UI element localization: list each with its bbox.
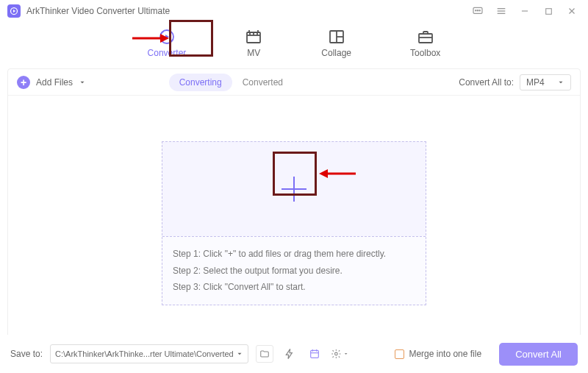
app-title: ArkThinker Video Converter Ultimate — [26, 6, 170, 16]
plus-icon: + — [17, 76, 30, 89]
converter-icon — [158, 28, 176, 46]
drop-zone[interactable]: Step 1: Click "+" to add files or drag t… — [162, 141, 426, 305]
merge-label: Merge into one file — [409, 349, 481, 359]
tab-label: Toolbox — [410, 48, 440, 58]
svg-rect-23 — [419, 34, 432, 43]
svg-point-3 — [477, 10, 478, 11]
add-files-button[interactable]: + Add Files — [17, 76, 86, 89]
save-to-label: Save to: — [10, 349, 43, 359]
toolbox-icon — [417, 28, 434, 46]
output-format-select[interactable]: MP4 — [520, 74, 571, 90]
collage-icon — [328, 28, 345, 46]
instructions: Step 1: Click "+" to add files or drag t… — [162, 236, 426, 305]
tab-mv[interactable]: MV — [237, 25, 270, 61]
tab-label: Collage — [321, 48, 351, 58]
add-files-label: Add Files — [36, 77, 73, 88]
footer: Save to: C:\ArkThinker\ArkThinke...rter … — [0, 335, 588, 373]
main-tabs: Converter MV Collage Toolbox — [0, 22, 588, 68]
step-3: Step 3: Click "Convert All" to start. — [173, 279, 415, 296]
chevron-down-icon — [79, 79, 86, 86]
settings-button[interactable] — [331, 345, 348, 363]
merge-option[interactable]: Merge into one file — [395, 349, 481, 359]
gpu-toggle-button[interactable] — [281, 345, 298, 363]
convert-all-button[interactable]: Convert All — [499, 343, 578, 366]
close-button[interactable] — [563, 2, 581, 20]
tab-label: Converter — [148, 48, 187, 58]
chevron-down-icon — [236, 350, 243, 358]
tab-label: MV — [247, 48, 260, 58]
step-1: Step 1: Click "+" to add files or drag t… — [173, 246, 415, 263]
tab-collage[interactable]: Collage — [314, 25, 359, 61]
open-folder-button[interactable] — [256, 345, 273, 363]
svg-rect-9 — [545, 8, 551, 14]
title-bar: ArkThinker Video Converter Ultimate — [0, 0, 588, 22]
minimize-button[interactable] — [516, 2, 534, 20]
segment-converted[interactable]: Converted — [232, 74, 293, 91]
tab-converter[interactable]: Converter — [140, 25, 194, 61]
save-path-select[interactable]: C:\ArkThinker\ArkThinke...rter Ultimate\… — [50, 344, 248, 363]
app-logo — [7, 4, 21, 18]
format-value: MP4 — [526, 77, 545, 88]
svg-rect-27 — [311, 350, 319, 358]
convert-all-to-label: Convert All to: — [459, 77, 514, 88]
drop-zone-top — [162, 142, 426, 236]
convert-all-to: Convert All to: MP4 — [459, 74, 571, 90]
main-panel: + Add Files Converting Converted Convert… — [7, 68, 581, 352]
maximize-button[interactable] — [539, 2, 557, 20]
add-files-plus[interactable] — [277, 172, 311, 206]
step-2: Step 2: Select the output format you des… — [173, 263, 415, 280]
task-schedule-button[interactable] — [306, 345, 323, 363]
svg-point-31 — [335, 352, 338, 355]
feedback-icon[interactable] — [469, 2, 487, 20]
mv-icon — [245, 28, 262, 46]
sub-toolbar: + Add Files Converting Converted Convert… — [8, 69, 580, 96]
save-path-value: C:\ArkThinker\ArkThinke...rter Ultimate\… — [55, 349, 236, 358]
merge-checkbox[interactable] — [395, 349, 404, 359]
menu-icon[interactable] — [492, 2, 510, 20]
status-segment: Converting Converted — [169, 74, 293, 91]
chevron-down-icon — [557, 79, 564, 86]
chevron-down-icon — [343, 351, 348, 357]
drop-area: Step 1: Click "+" to add files or drag t… — [8, 96, 580, 351]
segment-converting[interactable]: Converting — [169, 74, 232, 91]
svg-point-2 — [476, 10, 476, 11]
tab-toolbox[interactable]: Toolbox — [403, 25, 448, 61]
svg-point-4 — [479, 10, 480, 11]
